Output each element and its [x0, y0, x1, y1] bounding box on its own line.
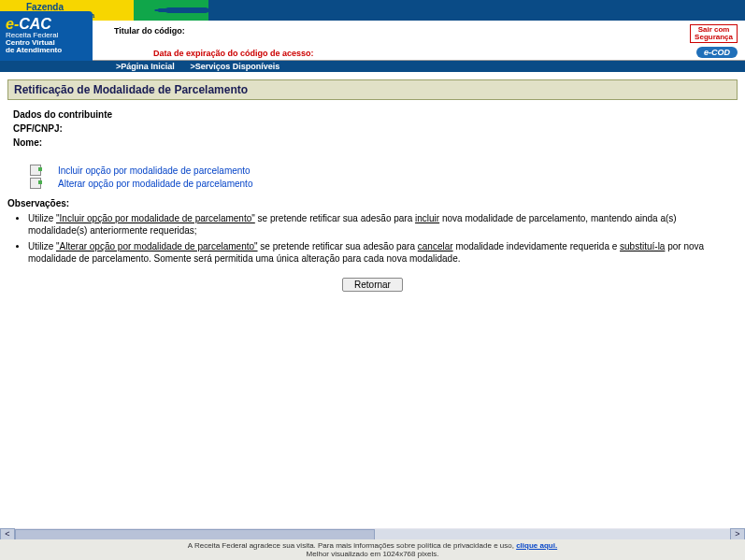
button-row: Retornar	[7, 278, 738, 292]
incluir-link[interactable]: Incluir opção por modalidade de parcelam…	[58, 165, 251, 176]
t: incluir	[415, 213, 439, 223]
t: se pretende retificar sua adesão para	[258, 241, 418, 251]
observations-title: Observações:	[7, 198, 738, 208]
logout-button[interactable]: Sair com Segurança	[690, 24, 738, 43]
nav-services[interactable]: >Serviços Disponíveis	[191, 62, 280, 71]
ecac-sub3: de Atendimento	[6, 47, 89, 54]
footer-text: A Receita Federal agradece sua visita. P…	[188, 541, 516, 550]
expiration-label: Data de expiração do código de acesso:	[153, 49, 314, 58]
dados-section-label: Dados do contribuinte	[13, 109, 738, 120]
t: modalidade indevidamente requerida e	[453, 241, 620, 251]
t: se pretende retificar sua adesão para	[255, 213, 415, 223]
titular-label: Titular do código:	[114, 26, 185, 36]
t: Utilize	[28, 241, 56, 251]
ecac-logo-text: e-CAC	[6, 17, 89, 32]
obs-item-1: Utilize "Incluir opção por modalidade de…	[28, 212, 738, 237]
ecod-badge[interactable]: e-COD	[696, 47, 738, 58]
page-title: Retificação de Modalidade de Parcelament…	[7, 79, 738, 100]
t: Utilize	[28, 213, 56, 223]
brazil-gov-bar: Fazenda Ministério da Fazenda	[0, 0, 745, 21]
action-links: Incluir opção por modalidade de parcelam…	[30, 165, 738, 189]
document-add-icon	[30, 165, 41, 176]
alterar-link[interactable]: Alterar opção por modalidade de parcelam…	[58, 179, 252, 189]
footer-resolution: Melhor visualizado em 1024x768 pixels.	[307, 550, 439, 558]
ecac-e: e-	[6, 16, 19, 32]
return-button[interactable]: Retornar	[342, 278, 403, 292]
main-content: Retificação de Modalidade de Parcelament…	[0, 72, 745, 292]
cpf-cnpj-label: CPF/CNPJ:	[13, 123, 738, 134]
nome-label: Nome:	[13, 137, 738, 148]
nav-bar: >Página Inicial >Serviços Disponíveis	[0, 61, 745, 72]
t: cancelar	[418, 241, 453, 251]
alterar-row: Alterar opção por modalidade de parcelam…	[30, 178, 738, 189]
t: "Incluir opção por modalidade de parcela…	[56, 213, 255, 223]
logout-l2: Segurança	[695, 34, 733, 41]
obs-item-2: Utilize "Alterar opção por modalidade de…	[28, 240, 738, 265]
nav-home[interactable]: >Página Inicial	[116, 62, 175, 71]
footer: A Receita Federal agradece sua visita. P…	[0, 539, 745, 560]
incluir-row: Incluir opção por modalidade de parcelam…	[30, 165, 738, 176]
flag-stripe	[0, 0, 745, 21]
observations-list: Utilize "Incluir opção por modalidade de…	[28, 212, 738, 265]
t: "Alterar opção por modalidade de parcela…	[56, 241, 258, 251]
app-header: e-CAC Receita Federal Centro Virtual de …	[0, 21, 745, 61]
t: substituí-la	[620, 241, 665, 251]
ecac-cac: CAC	[19, 16, 51, 32]
privacy-link[interactable]: clique aqui.	[516, 541, 557, 550]
document-edit-icon	[30, 178, 41, 189]
